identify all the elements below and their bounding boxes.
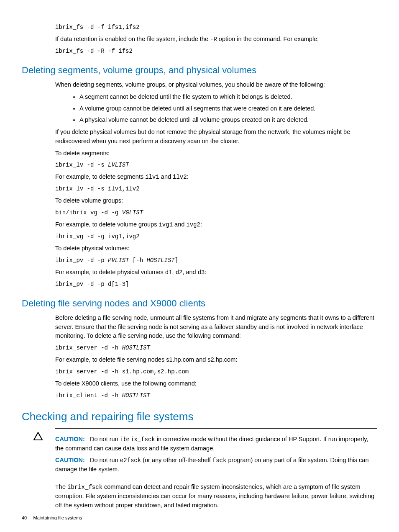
- section1-body: When deleting segments, volume groups, o…: [55, 80, 377, 289]
- divider: [55, 428, 377, 429]
- paragraph: To delete X9000 clients, use the followi…: [55, 379, 377, 388]
- caution-icon: [22, 432, 55, 443]
- paragraph: When deleting segments, volume groups, o…: [55, 80, 377, 90]
- code-line: ibrix_fs -d -R -f ifs2: [55, 47, 377, 56]
- paragraph: Before deleting a file serving node, unm…: [55, 314, 377, 341]
- section2-body: Before deleting a file serving node, unm…: [55, 314, 377, 400]
- paragraph: To delete physical volumes:: [55, 244, 377, 253]
- paragraph: For example, to delete physical volumes …: [55, 268, 377, 277]
- paragraph: For example, to delete segments ilv1 and…: [55, 172, 377, 182]
- intro-block: ibrix_fs -d -f ifs1,ifs2 If data retenti…: [55, 23, 377, 56]
- code-line: ibrix_lv -d -s ilv1,ilv2: [55, 185, 377, 193]
- paragraph: The ibrix_fsck command can detect and re…: [55, 483, 377, 510]
- list-item: A segment cannot be deleted until the fi…: [79, 93, 377, 102]
- code-line: ibrix_vg -d -g ivg1,ivg2: [55, 232, 377, 241]
- list-item: A physical volume cannot be deleted unti…: [79, 116, 377, 125]
- caution-text: CAUTION: Do not run e2fsck (or any other…: [55, 456, 377, 474]
- paragraph: If data retention is enabled on the file…: [55, 35, 377, 44]
- paragraph: To delete volume groups:: [55, 196, 377, 206]
- heading-checking-repairing: Checking and repairing file systems: [22, 409, 377, 425]
- footer-title: Maintaining file systems: [33, 515, 82, 520]
- paragraph: To delete segments:: [55, 149, 377, 158]
- code-line: ibrix_lv -d -s LVLIST: [55, 161, 377, 170]
- code-line: ibrix_client -d -h HOSTLIST: [55, 391, 377, 400]
- bullet-list: A segment cannot be deleted until the fi…: [55, 93, 377, 125]
- divider: [55, 479, 377, 479]
- code-line: ibrix_fs -d -f ifs1,ifs2: [55, 23, 377, 32]
- code-line: ibrix_server -d -h HOSTLIST: [55, 344, 377, 352]
- paragraph: For example, to delete volume groups ivg…: [55, 220, 377, 229]
- page-number: 40: [22, 515, 27, 520]
- paragraph: If you delete physical volumes but do no…: [55, 128, 377, 146]
- code-line: ibrix_server -d -h s1.hp.com,s2.hp.com: [55, 368, 377, 376]
- caution-block-1: CAUTION: Do not run ibrix_fsck in correc…: [22, 432, 377, 478]
- code-line: ibrix_pv -d -p PVLIST [-h HOSTLIST]: [55, 256, 377, 265]
- code-line: ibrix_pv -d -p d[1-3]: [55, 280, 377, 289]
- list-item: A volume group cannot be deleted until a…: [79, 104, 377, 113]
- section3-body: The ibrix_fsck command can detect and re…: [55, 483, 377, 510]
- code-line: bin/ibrix_vg -d -g VGLIST: [55, 208, 377, 217]
- heading-deleting-nodes: Deleting file serving nodes and X9000 cl…: [22, 296, 377, 310]
- paragraph: For example, to delete file serving node…: [55, 355, 377, 365]
- page-footer: 40 Maintaining file systems: [22, 514, 82, 522]
- heading-deleting-segments: Deleting segments, volume groups, and ph…: [22, 63, 377, 77]
- caution-text: CAUTION: Do not run ibrix_fsck in correc…: [55, 435, 377, 453]
